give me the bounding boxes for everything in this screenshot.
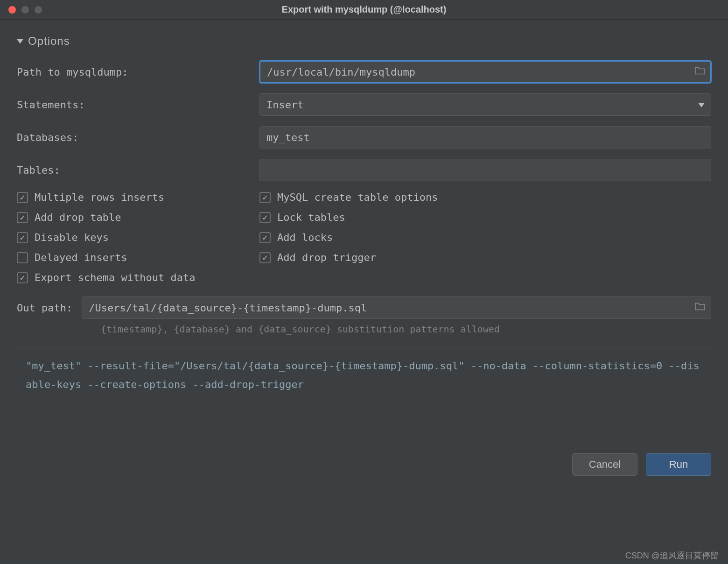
button-bar: Cancel Run [0, 440, 728, 489]
dialog-content: Options Path to mysqldump: Statements: [0, 20, 728, 440]
svg-marker-0 [17, 39, 23, 44]
checkbox-grid: Multiple rows inserts MySQL create table… [17, 191, 711, 283]
traffic-lights [8, 6, 42, 14]
databases-input[interactable] [259, 126, 711, 148]
command-preview[interactable]: "my_test" --result-file="/Users/tal/{dat… [17, 347, 711, 440]
checkbox-label: Multiple rows inserts [35, 191, 164, 203]
checkbox-label: Add drop trigger [277, 252, 376, 263]
statements-select[interactable] [259, 93, 711, 116]
checkbox-multiple-rows-inserts[interactable]: Multiple rows inserts [17, 191, 259, 203]
checkbox-label: Add drop table [35, 212, 121, 223]
export-dialog: Export with mysqldump (@localhost) Optio… [0, 0, 728, 564]
checkbox-label: Disable keys [35, 232, 109, 243]
options-section-header[interactable]: Options [17, 35, 711, 48]
titlebar: Export with mysqldump (@localhost) [0, 0, 728, 20]
path-to-mysqldump-input[interactable] [259, 61, 711, 83]
checkbox-label: Add locks [277, 232, 333, 243]
checkbox-label: Export schema without data [35, 272, 195, 283]
tables-label: Tables: [17, 164, 259, 176]
close-window-button[interactable] [8, 6, 16, 14]
checkbox-label: Delayed inserts [35, 252, 127, 263]
checkbox-lock-tables[interactable]: Lock tables [259, 212, 711, 223]
checkbox-add-drop-trigger[interactable]: Add drop trigger [259, 252, 711, 263]
statements-label: Statements: [17, 99, 259, 111]
checkbox-icon [17, 192, 28, 203]
checkbox-icon [17, 252, 28, 263]
maximize-window-button[interactable] [35, 6, 42, 14]
chevron-down-icon [17, 38, 23, 44]
checkbox-export-schema-without-data[interactable]: Export schema without data [17, 272, 711, 283]
watermark: CSDN @追风逐日莫停留 [625, 550, 719, 561]
checkbox-icon [259, 192, 271, 203]
out-path-label: Out path: [17, 302, 72, 314]
checkbox-icon [259, 252, 271, 263]
checkbox-label: Lock tables [277, 212, 345, 223]
out-path-input[interactable] [82, 296, 711, 319]
run-button[interactable]: Run [646, 453, 711, 476]
checkbox-add-locks[interactable]: Add locks [259, 232, 711, 243]
checkbox-icon [17, 272, 28, 283]
path-to-mysqldump-label: Path to mysqldump: [17, 66, 259, 78]
window-title: Export with mysqldump (@localhost) [0, 4, 728, 15]
checkbox-icon [17, 212, 28, 223]
checkbox-icon [17, 232, 28, 243]
checkbox-add-drop-table[interactable]: Add drop table [17, 212, 259, 223]
checkbox-icon [259, 212, 271, 223]
checkbox-mysql-create-table-options[interactable]: MySQL create table options [259, 191, 711, 203]
checkbox-delayed-inserts[interactable]: Delayed inserts [17, 252, 259, 263]
out-path-hint: {timestamp}, {database} and {data_source… [101, 324, 711, 335]
tables-input[interactable] [259, 159, 711, 181]
minimize-window-button[interactable] [21, 6, 29, 14]
checkbox-icon [259, 232, 271, 243]
databases-label: Databases: [17, 132, 259, 143]
options-section-title: Options [28, 35, 70, 48]
cancel-button[interactable]: Cancel [572, 453, 637, 476]
checkbox-label: MySQL create table options [277, 191, 438, 203]
checkbox-disable-keys[interactable]: Disable keys [17, 232, 259, 243]
